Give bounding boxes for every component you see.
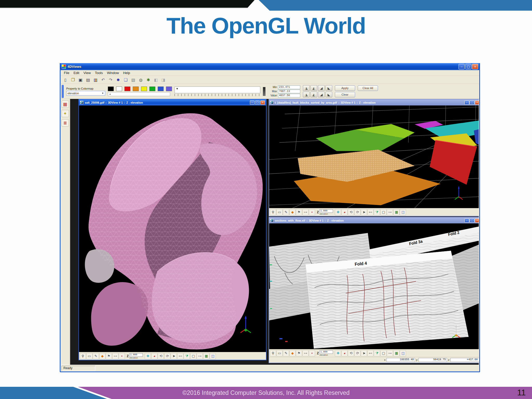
z-scale-widget[interactable]: Z 1.000 elevation [317,350,333,356]
z-scale-widget[interactable]: Z 1.000 elevation [127,353,143,359]
select-icon[interactable]: ▭ [86,353,92,359]
next-view-icon[interactable]: ◨ [160,76,167,83]
stop-icon[interactable]: ▪ [119,353,125,359]
rotate-x-icon[interactable]: ⟲ [158,353,164,359]
copy-icon[interactable]: ❏ [122,76,129,83]
ramp-button[interactable]: ◮ [303,85,310,91]
color-swatch[interactable] [124,87,130,91]
ramp-button[interactable]: ◭ [310,85,317,91]
zoom-icon[interactable]: ⚲ [270,350,276,356]
picker-icon[interactable]: ◆ [99,353,105,359]
maximize-button[interactable]: ▢ [255,101,260,105]
colormap-scrollbar[interactable]: ◄ [108,92,170,96]
value-field[interactable]: 4037.50 [278,94,300,97]
ruler-slider-icon[interactable]: ⊶ [302,350,309,356]
speed-slider-icon[interactable]: ⊷ [367,350,374,356]
z-coordinate-field[interactable]: +437.00 [450,358,479,362]
rotate-y-icon[interactable]: ⟳ [164,353,170,359]
z-scale-widget[interactable]: Z 1.000 elevation [317,209,333,215]
level-slider-icon[interactable]: ⊶ [387,350,393,356]
menu-item[interactable]: Edit [72,71,81,75]
picker-icon[interactable]: ◆ [289,350,296,356]
frame-icon[interactable]: ▢ [380,209,387,215]
menu-item[interactable]: Help [121,71,132,75]
palette-grid-icon[interactable]: ▦ [62,101,69,108]
prev-view-icon[interactable]: ◧ [152,76,159,83]
histogram-marker-icon[interactable] [263,87,265,96]
color-swatch[interactable] [141,87,147,91]
edit-icon[interactable]: ✎ [93,353,99,359]
select-icon[interactable]: ▭ [276,350,283,356]
color-swatch[interactable] [166,87,172,91]
layers-icon[interactable]: ≣ [62,119,69,127]
orbit-icon[interactable]: ◕ [151,353,157,359]
print-icon[interactable]: ▤ [85,76,91,83]
rotate-y-icon[interactable]: ⟳ [354,209,361,215]
minimize-button[interactable]: – [458,64,465,69]
undo-icon[interactable]: ↶ [100,76,107,83]
clear-all-button[interactable]: Clear All [358,85,378,91]
ruler-slider-icon[interactable]: ⊶ [112,353,118,359]
brush-icon[interactable]: ✦ [62,110,69,117]
min-field[interactable]: 233.471 [278,85,300,89]
rotate-x-icon[interactable]: ⟲ [348,209,354,215]
maximize-button[interactable]: ▢ [465,64,471,69]
layout-icon[interactable]: ◫ [210,353,216,359]
edit-icon[interactable]: ✎ [283,209,289,215]
zoom-icon[interactable]: ⚲ [270,209,276,215]
user-icon[interactable]: ☻ [115,76,122,83]
drop-icon[interactable]: ⧩ [374,350,380,356]
drop-icon[interactable]: ⧩ [184,353,190,359]
marker-icon[interactable]: ⚑ [296,209,302,215]
ramp-button[interactable]: ◮ [303,92,310,97]
y-coordinate-field[interactable]: 50419.75 [418,358,447,362]
picker-icon[interactable]: ◆ [289,209,296,215]
close-button[interactable]: × [475,218,479,223]
menu-item[interactable]: Window [105,71,121,75]
export-icon[interactable]: ▥ [92,76,99,83]
close-button[interactable]: × [472,64,478,69]
orbit-icon[interactable]: ◕ [341,350,348,356]
salt-view-titlebar[interactable]: salt_25008.gdf :: 3DView # 1 :: Z - elev… [79,99,266,105]
world-icon[interactable]: ◍ [137,76,144,83]
rotate-x-icon[interactable]: ⟲ [348,350,354,356]
fault-blocks-titlebar[interactable]: t_[datafiles]_fault_blocks_sorted_by_are… [269,99,479,105]
menu-item[interactable]: Tools [93,71,104,75]
fault-blocks-viewport[interactable] [269,105,479,208]
color-swatch[interactable] [158,87,164,91]
pan-icon[interactable]: ➤ [361,350,367,356]
close-button[interactable]: × [260,101,265,105]
open-file-icon[interactable]: ❐ [70,76,76,83]
snapshot-icon[interactable]: ✱ [145,76,152,83]
maximize-button[interactable]: ▢ [470,218,474,223]
zoom-icon[interactable]: ⚲ [80,353,86,359]
color-swatch[interactable] [108,87,114,91]
menu-item[interactable]: View [82,71,92,75]
colorbar-pointer-icon[interactable]: ▼ [176,87,178,90]
speed-slider-icon[interactable]: ⊷ [367,209,374,215]
color-swatch[interactable] [133,87,139,91]
x-coordinate-field[interactable]: 186355.40 [387,358,415,362]
minimize-button[interactable]: – [464,101,469,105]
ramp-button[interactable]: ◢ [318,85,325,91]
scroll-left-icon[interactable]: ◄ [108,93,112,95]
maximize-button[interactable]: ▢ [470,101,474,105]
ramp-button[interactable]: ◣ [325,92,332,97]
seismic-titlebar[interactable]: sections_with_flow.xtf :: 3DView # 1 :: … [269,217,479,223]
edit-icon[interactable]: ✎ [283,350,289,356]
z-scale-value[interactable]: 1.000 [129,353,143,357]
z-scale-value[interactable]: 1.000 [320,209,333,213]
max-field[interactable]: 7087.13 [278,90,300,93]
apply-button[interactable]: Apply [335,85,355,91]
color-swatch[interactable] [149,87,155,91]
level-slider-icon[interactable]: ⊶ [197,353,203,359]
clear-button[interactable]: Clear [335,92,355,97]
z-scale-value[interactable]: 1.000 [320,350,333,354]
color-swatch[interactable] [116,87,122,91]
ramp-button[interactable]: ◭ [310,92,317,97]
redo-icon[interactable]: ↷ [107,76,114,83]
stop-icon[interactable]: ▪ [309,350,315,356]
app-title-bar[interactable]: 4DViews –▢× [61,63,479,70]
ramp-button[interactable]: ◢ [318,92,325,97]
grid-icon[interactable]: ▦ [393,209,400,215]
